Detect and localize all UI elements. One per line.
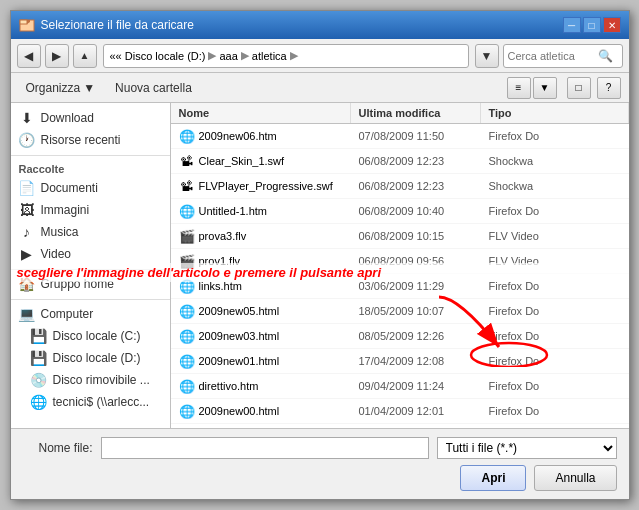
maximize-button[interactable]: □ [583, 17, 601, 33]
breadcrumb: «« Disco locale (D:) ▶ aaa ▶ atletica ▶ [110, 49, 298, 62]
file-icon: 🎬 [179, 228, 195, 244]
filename-row: Nome file: Tutti i file (*.*) File HTML … [23, 437, 617, 459]
file-row[interactable]: 🌐 2009new01.html 17/04/2009 12:08 Firefo… [171, 349, 629, 374]
file-icon: 🌐 [179, 353, 195, 369]
recent-label: Risorse recenti [41, 133, 121, 147]
sidebar-item-musica[interactable]: ♪ Musica [11, 221, 170, 243]
file-row[interactable]: 🌐 calendari08.htm 23/03/2009 09:24 Firef… [171, 424, 629, 428]
filename-label: Nome file: [23, 441, 93, 455]
file-type: Firefox Do [481, 128, 629, 144]
open-button[interactable]: Apri [460, 465, 526, 491]
file-date: 06/08/2009 12:23 [351, 153, 481, 169]
file-type: FLV Video [481, 253, 629, 269]
sidebar-item-disk-d[interactable]: 💾 Disco locale (D:) [11, 347, 170, 369]
file-row[interactable]: 🌐 Untitled-1.htm 06/08/2009 10:40 Firefo… [171, 199, 629, 224]
file-date: 06/08/2009 12:23 [351, 178, 481, 194]
close-button[interactable]: ✕ [603, 17, 621, 33]
gruppo-home-icon: 🏠 [19, 276, 35, 292]
file-row[interactable]: 🌐 2009new06.htm 07/08/2009 11:50 Firefox… [171, 124, 629, 149]
raccolte-header: Raccolte [11, 159, 170, 177]
file-row[interactable]: 🎬 prova3.flv 06/08/2009 10:15 FLV Video [171, 224, 629, 249]
file-row[interactable]: 🌐 links.htm 03/06/2009 11:29 Firefox Do [171, 274, 629, 299]
title-bar-left: Selezionare il file da caricare [19, 17, 194, 33]
breadcrumb-bar[interactable]: «« Disco locale (D:) ▶ aaa ▶ atletica ▶ [103, 44, 469, 68]
disk-d-label: Disco locale (D:) [53, 351, 141, 365]
view-dropdown-button[interactable]: ▼ [533, 77, 557, 99]
file-name: 2009new05.html [199, 305, 280, 317]
file-name: prova3.flv [199, 230, 247, 242]
column-header-name[interactable]: Nome [171, 103, 351, 123]
sidebar-item-computer[interactable]: 💻 Computer [11, 303, 170, 325]
sidebar-item-recent[interactable]: 🕐 Risorse recenti [11, 129, 170, 151]
file-row[interactable]: 🎬 prov1.flv 06/08/2009 09:56 FLV Video [171, 249, 629, 274]
file-icon: 🌐 [179, 278, 195, 294]
search-input[interactable] [508, 50, 598, 62]
file-row[interactable]: 📽 FLVPlayer_Progressive.swf 06/08/2009 1… [171, 174, 629, 199]
file-name: Clear_Skin_1.swf [199, 155, 285, 167]
file-date: 06/08/2009 09:56 [351, 253, 481, 269]
column-header-date[interactable]: Ultima modifica [351, 103, 481, 123]
disk-c-label: Disco locale (C:) [53, 329, 141, 343]
file-row[interactable]: 🌐 2009new03.html 08/05/2009 12:26 Firefo… [171, 324, 629, 349]
file-icon: 🌐 [179, 378, 195, 394]
documenti-icon: 📄 [19, 180, 35, 196]
network-label: tecnici$ (\\arlecc... [53, 395, 150, 409]
file-type: FLV Video [481, 228, 629, 244]
column-header-type[interactable]: Tipo [481, 103, 629, 123]
video-label: Video [41, 247, 71, 261]
filename-input[interactable] [101, 437, 429, 459]
video-icon: ▶ [19, 246, 35, 262]
sidebar-item-removable[interactable]: 💿 Disco rimovibile ... [11, 369, 170, 391]
new-folder-button[interactable]: Nuova cartella [108, 78, 199, 98]
file-date: 01/04/2009 12:01 [351, 403, 481, 419]
file-type: Firefox Do [481, 353, 629, 369]
file-date: 17/04/2009 12:08 [351, 353, 481, 369]
separator-3 [11, 299, 170, 300]
removable-label: Disco rimovibile ... [53, 373, 150, 387]
sidebar-item-documenti[interactable]: 📄 Documenti [11, 177, 170, 199]
sidebar-item-download[interactable]: ⬇ Download [11, 107, 170, 129]
musica-label: Musica [41, 225, 79, 239]
minimize-button[interactable]: ─ [563, 17, 581, 33]
disk-d-icon: 💾 [31, 350, 47, 366]
view-toggle-button[interactable]: ≡ [507, 77, 531, 99]
left-panel: ⬇ Download 🕐 Risorse recenti Raccolte 📄 … [11, 103, 171, 428]
file-type: Firefox Do [481, 278, 629, 294]
up-button[interactable]: ▲ [73, 44, 97, 68]
recent-icon: 🕐 [19, 132, 35, 148]
nav-bar: ◀ ▶ ▲ «« Disco locale (D:) ▶ aaa ▶ atlet… [11, 39, 629, 73]
back-button[interactable]: ◀ [17, 44, 41, 68]
download-folder-icon: ⬇ [19, 110, 35, 126]
computer-section: 💻 Computer 💾 Disco locale (C:) 💾 Disco l… [11, 303, 170, 413]
file-row[interactable]: 🌐 2009new05.html 18/05/2009 10:07 Firefo… [171, 299, 629, 324]
forward-button[interactable]: ▶ [45, 44, 69, 68]
cancel-button[interactable]: Annulla [534, 465, 616, 491]
file-icon: 🌐 [179, 328, 195, 344]
file-name: Untitled-1.htm [199, 205, 267, 217]
file-row[interactable]: 🌐 direttivo.htm 09/04/2009 11:24 Firefox… [171, 374, 629, 399]
sidebar-item-network[interactable]: 🌐 tecnici$ (\\arlecc... [11, 391, 170, 413]
computer-label: Computer [41, 307, 94, 321]
separator-1 [11, 155, 170, 156]
file-type: Shockwa [481, 178, 629, 194]
main-content: ⬇ Download 🕐 Risorse recenti Raccolte 📄 … [11, 103, 629, 428]
file-row[interactable]: 📽 Clear_Skin_1.swf 06/08/2009 12:23 Shoc… [171, 149, 629, 174]
sidebar-item-disk-c[interactable]: 💾 Disco locale (C:) [11, 325, 170, 347]
title-controls: ─ □ ✕ [563, 17, 621, 33]
help-button[interactable]: ? [597, 77, 621, 99]
preview-button[interactable]: □ [567, 77, 591, 99]
file-name: direttivo.htm [199, 380, 259, 392]
right-panel: Nome Ultima modifica Tipo 🌐 2009new06.ht… [171, 103, 629, 428]
immagini-icon: 🖼 [19, 202, 35, 218]
file-name: 2009new03.html [199, 330, 280, 342]
bottom-bar: Nome file: Tutti i file (*.*) File HTML … [11, 428, 629, 499]
organize-button[interactable]: Organizza ▼ [19, 78, 103, 98]
sidebar-item-immagini[interactable]: 🖼 Immagini [11, 199, 170, 221]
filetype-select[interactable]: Tutti i file (*.*) File HTML (*.htm;*.ht… [437, 437, 617, 459]
sidebar-item-video[interactable]: ▶ Video [11, 243, 170, 265]
file-row[interactable]: 🌐 2009new00.html 01/04/2009 12:01 Firefo… [171, 399, 629, 424]
search-icon[interactable]: 🔍 [598, 49, 613, 63]
file-type: Firefox Do [481, 378, 629, 394]
breadcrumb-dropdown-button[interactable]: ▼ [475, 44, 499, 68]
sidebar-item-gruppo-home[interactable]: 🏠 Gruppo home [11, 273, 170, 295]
